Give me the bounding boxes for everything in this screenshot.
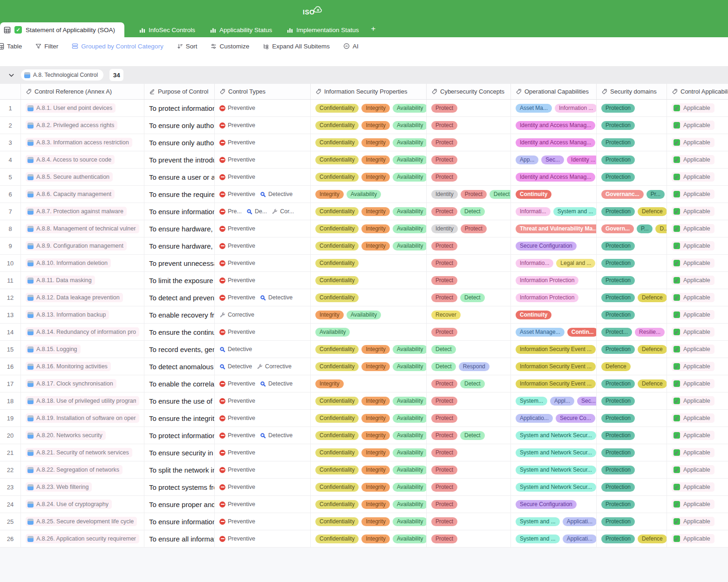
security-domains-cell[interactable]: Defence [597,358,667,375]
infosec-properties-cell[interactable]: Confidentiality [311,255,427,271]
infosec-properties-cell[interactable]: ConfidentialityIntegrityAvailability [311,479,427,495]
control-reference-cell[interactable]: A.8.11. Data masking [21,272,144,289]
control-types-cell[interactable]: Preventive [215,220,311,237]
row-number-cell[interactable]: 19 [0,410,21,426]
toolbar-table-button[interactable]: Table [0,43,22,50]
operational-capabilities-cell[interactable]: Applicatio...Secure Co... [511,410,597,426]
column-header-applicability[interactable]: Control Applicability [667,84,728,99]
control-applicability-cell[interactable]: ✓Applicable [667,272,728,289]
operational-capabilities-cell[interactable]: System and Network Secur... [511,427,597,444]
control-applicability-cell[interactable]: ✓Applicable [667,444,728,461]
toolbar-sort-button[interactable]: Sort [177,43,197,50]
record-link[interactable]: A.8.7. Protection against malware [26,207,127,216]
security-domains-cell[interactable]: Protection [597,306,667,323]
control-reference-cell[interactable]: A.8.21. Security of network services [21,444,144,461]
table-grid-icon[interactable] [4,27,11,34]
row-number-cell[interactable]: 2 [0,117,21,134]
control-reference-cell[interactable]: A.8.12. Data leakage prevention [21,289,144,306]
control-applicability-cell[interactable]: ✓Applicable [667,100,728,116]
control-types-cell[interactable]: Preventive [215,496,311,513]
purpose-cell[interactable]: To enable recovery fro [144,306,215,323]
control-applicability-cell[interactable]: ✓Applicable [667,479,728,495]
control-reference-cell[interactable]: A.8.13. Information backup [21,306,144,323]
purpose-cell[interactable]: To limit the exposure o [144,272,215,289]
control-applicability-cell[interactable]: ✓Applicable [667,530,728,547]
tab-statement-of-applicability[interactable]: ✓Statement of Applicability (SOA) [0,22,124,37]
record-link[interactable]: A.8.2. Privileged access rights [26,121,117,130]
row-number-cell[interactable]: 6 [0,186,21,203]
record-link[interactable]: A.8.22. Segregation of networks [26,465,122,474]
operational-capabilities-cell[interactable]: Threat and Vulnerability Ma... [511,220,597,237]
control-applicability-cell[interactable]: ✓Applicable [667,513,728,530]
record-link[interactable]: A.8.16. Monitoring activities [26,362,111,371]
control-reference-cell[interactable]: A.8.25. Secure development life cycle [21,513,144,530]
cybersecurity-concepts-cell[interactable]: Protect [427,169,511,185]
control-reference-cell[interactable]: A.8.24. Use of cryptography [21,496,144,513]
control-types-cell[interactable]: Corrective [215,306,311,323]
control-applicability-cell[interactable]: ✓Applicable [667,496,728,513]
control-reference-cell[interactable]: A.8.22. Segregation of networks [21,461,144,478]
row-number-cell[interactable]: 10 [0,255,21,271]
control-reference-cell[interactable]: A.8.16. Monitoring activities [21,358,144,375]
control-applicability-cell[interactable]: ✓Applicable [667,427,728,444]
operational-capabilities-cell[interactable]: System and Network Secur... [511,479,597,495]
record-link[interactable]: A.8.21. Security of network services [26,448,132,457]
security-domains-cell[interactable]: Governanc...Pr... [597,186,667,203]
infosec-properties-cell[interactable]: ConfidentialityIntegrityAvailability [311,169,427,185]
control-types-cell[interactable]: DetectiveCorrective [215,358,311,375]
control-types-cell[interactable]: Preventive [215,513,311,530]
control-types-cell[interactable]: Preventive [215,444,311,461]
group-value-pill[interactable]: A.8. Technological Control [21,69,103,81]
control-types-cell[interactable]: Preventive [215,461,311,478]
security-domains-cell[interactable]: Protection [597,117,667,134]
row-number-cell[interactable]: 24 [0,496,21,513]
infosec-properties-cell[interactable]: ConfidentialityIntegrityAvailability [311,444,427,461]
tab-applicability-status[interactable]: Applicability Status [210,22,272,37]
row-number-cell[interactable]: 20 [0,427,21,444]
control-reference-cell[interactable]: A.8.7. Protection against malware [21,203,144,220]
control-reference-cell[interactable]: A.8.10. Information deletion [21,255,144,271]
control-types-cell[interactable]: Preventive [215,530,311,547]
control-reference-cell[interactable]: A.8.2. Privileged access rights [21,117,144,134]
control-reference-cell[interactable]: A.8.5. Secure authentication [21,169,144,185]
purpose-cell[interactable]: To prevent the introdu [144,151,215,168]
record-link[interactable]: A.8.3. Information access restriction [26,138,132,147]
tab-infosec-controls[interactable]: InfoSec Controls [139,22,195,37]
operational-capabilities-cell[interactable]: Secure Configuration [511,237,597,254]
infosec-properties-cell[interactable]: ConfidentialityIntegrityAvailability [311,410,427,426]
record-link[interactable]: A.8.4. Access to source code [26,155,115,164]
security-domains-cell[interactable]: Protection [597,393,667,409]
security-domains-cell[interactable]: Protection [597,255,667,271]
control-applicability-cell[interactable]: ✓Applicable [667,117,728,134]
cybersecurity-concepts-cell[interactable]: IdentityProtectDetect [427,186,511,203]
operational-capabilities-cell[interactable]: Information Security Event ... [511,375,597,392]
record-link[interactable]: A.8.5. Secure authentication [26,172,113,182]
security-domains-cell[interactable]: ProtectionDefence [597,530,667,547]
purpose-cell[interactable]: To ensure the integrity [144,410,215,426]
control-applicability-cell[interactable]: ✓Applicable [667,341,728,358]
cybersecurity-concepts-cell[interactable]: IdentityProtect [427,220,511,237]
cybersecurity-concepts-cell[interactable]: ProtectDetect [427,375,511,392]
control-reference-cell[interactable]: A.8.9. Configuration management [21,237,144,254]
operational-capabilities-cell[interactable]: Information Protection [511,272,597,289]
record-link[interactable]: A.8.24. Use of cryptography [26,500,112,509]
record-link[interactable]: A.8.15. Logging [26,345,81,354]
control-applicability-cell[interactable]: ✓Applicable [667,289,728,306]
cybersecurity-concepts-cell[interactable]: Protect [427,530,511,547]
row-number-cell[interactable]: 22 [0,461,21,478]
purpose-cell[interactable]: To detect anomalous b [144,358,215,375]
row-number-cell[interactable]: 3 [0,134,21,151]
purpose-cell[interactable]: To prevent unnecessa [144,255,215,271]
infosec-properties-cell[interactable]: ConfidentialityIntegrityAvailability [311,513,427,530]
purpose-cell[interactable]: To ensure information [144,203,215,220]
infosec-properties-cell[interactable]: ConfidentialityIntegrityAvailability [311,530,427,547]
purpose-cell[interactable]: To ensure the required [144,186,215,203]
control-reference-cell[interactable]: A.8.3. Information access restriction [21,134,144,151]
operational-capabilities-cell[interactable]: Continuity [511,186,597,203]
operational-capabilities-cell[interactable]: System and Network Secur... [511,461,597,478]
control-reference-cell[interactable]: A.8.4. Access to source code [21,151,144,168]
control-reference-cell[interactable]: A.8.6. Capacity management [21,186,144,203]
infosec-properties-cell[interactable]: ConfidentialityIntegrityAvailability [311,100,427,116]
infosec-properties-cell[interactable]: ConfidentialityIntegrityAvailability [311,358,427,375]
security-domains-cell[interactable]: Protection [597,496,667,513]
